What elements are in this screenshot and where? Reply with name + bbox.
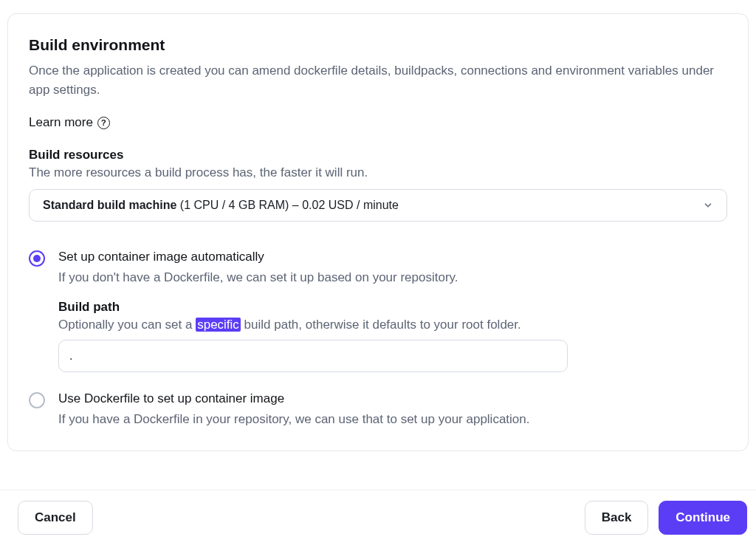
help-icon: ? (97, 117, 110, 129)
footer-bar: Cancel Back Continue (0, 490, 756, 548)
build-resources-value: Standard build machine (1 CPU / 4 GB RAM… (43, 199, 399, 212)
build-resources-section: Build resources The more resources a bui… (29, 148, 727, 222)
learn-more-link[interactable]: Learn more ? (29, 115, 110, 130)
build-resources-label: Build resources (29, 148, 727, 162)
option-auto-title: Set up container image automatically (58, 250, 727, 264)
page-description: Once the application is created you can … (29, 61, 727, 99)
container-setup-options: Set up container image automatically If … (29, 250, 727, 427)
chevron-down-icon (703, 200, 713, 210)
highlighted-text: specific (196, 318, 241, 332)
radio-dockerfile[interactable] (29, 392, 45, 408)
build-env-panel: Build environment Once the application i… (7, 13, 749, 451)
option-dockerfile-desc: If you have a Dockerfile in your reposit… (58, 412, 727, 427)
build-resources-sub: The more resources a build process has, … (29, 165, 727, 180)
option-dockerfile-title: Use Dockerfile to set up container image (58, 391, 727, 406)
cancel-button[interactable]: Cancel (18, 501, 93, 535)
radio-auto[interactable] (29, 250, 45, 267)
option-dockerfile: Use Dockerfile to set up container image… (29, 391, 727, 427)
continue-button[interactable]: Continue (659, 501, 747, 535)
learn-more-label: Learn more (29, 115, 93, 130)
page-title: Build environment (29, 36, 727, 54)
build-resources-select[interactable]: Standard build machine (1 CPU / 4 GB RAM… (29, 189, 727, 222)
back-button[interactable]: Back (585, 501, 649, 535)
option-auto: Set up container image automatically If … (29, 250, 727, 372)
build-path-input[interactable] (58, 340, 568, 372)
build-path-sub: Optionally you can set a specific build … (58, 318, 727, 332)
build-path-label: Build path (58, 300, 727, 315)
option-auto-desc: If you don't have a Dockerfile, we can s… (58, 270, 727, 285)
